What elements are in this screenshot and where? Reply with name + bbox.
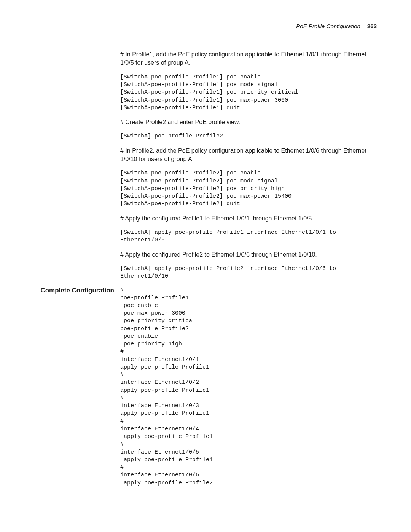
code-block-4: [SwitchA] apply poe-profile Profile1 int… <box>120 229 377 244</box>
code-block-3: [SwitchA-poe-profile-Profile2] poe enabl… <box>120 169 377 208</box>
config-content: # poe-profile Profile1 poe enable poe ma… <box>120 286 377 493</box>
paragraph-2: # Create Profile2 and enter PoE profile … <box>120 118 377 126</box>
code-block-2: [SwitchA] poe-profile Profile2 <box>120 133 377 140</box>
paragraph-3: # In Profile2, add the PoE policy config… <box>120 147 377 164</box>
paragraph-4: # Apply the configured Profile1 to Ether… <box>120 214 377 223</box>
header-title: PoE Profile Configuration <box>296 23 360 29</box>
page: PoE Profile Configuration 263 # In Profi… <box>0 0 411 516</box>
config-section-label: Complete Configuration <box>36 287 120 294</box>
paragraph-5: # Apply the configured Profile2 to Ether… <box>120 251 377 259</box>
config-code-block: # poe-profile Profile1 poe enable poe ma… <box>120 286 377 487</box>
config-section: Complete Configuration # poe-profile Pro… <box>36 286 377 493</box>
body-section: # In Profile1, add the PoE policy config… <box>36 50 377 286</box>
body-content: # In Profile1, add the PoE policy config… <box>120 50 377 286</box>
code-block-1: [SwitchA-poe-profile-Profile1] poe enabl… <box>120 73 377 112</box>
code-block-5: [SwitchA] apply poe-profile Profile2 int… <box>120 265 377 281</box>
page-header: PoE Profile Configuration 263 <box>36 23 377 29</box>
header-page-number: 263 <box>367 23 377 29</box>
paragraph-1: # In Profile1, add the PoE policy config… <box>120 50 377 67</box>
